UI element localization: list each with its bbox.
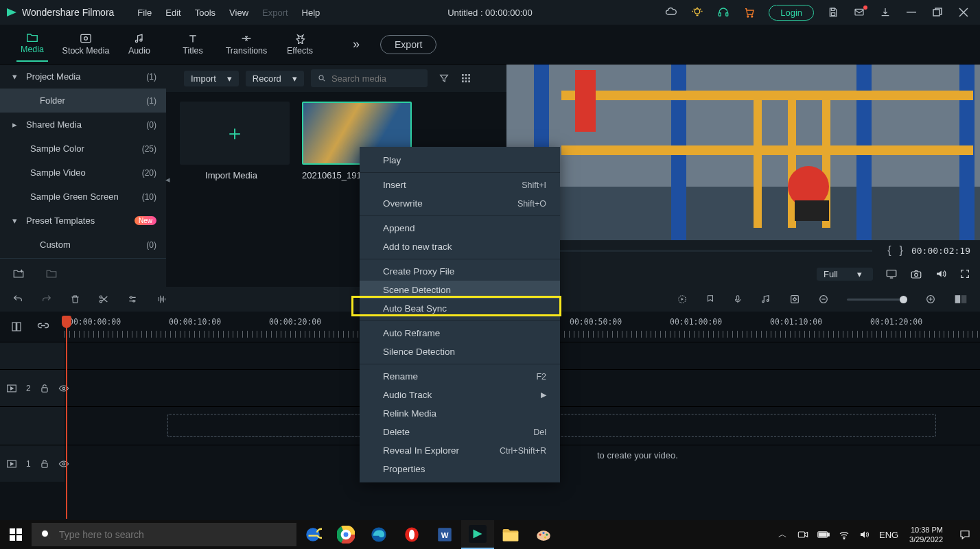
tb-word-icon[interactable]: W	[428, 520, 461, 549]
folder-icon[interactable]	[45, 268, 58, 279]
tb-filmora-icon[interactable]	[461, 520, 494, 549]
zoom-slider[interactable]	[847, 299, 907, 301]
tb-paint-icon[interactable]	[527, 520, 560, 549]
export-button[interactable]: Export	[380, 35, 436, 54]
ctx-reveal[interactable]: Reveal In ExplorerCtrl+Shift+R	[360, 441, 560, 460]
sidebar-preset-templates[interactable]: ▾Preset TemplatesNew	[0, 209, 166, 233]
expand-icon[interactable]: »	[353, 37, 360, 51]
ctx-beat-sync[interactable]: Auto Beat Sync	[360, 299, 560, 318]
download-icon[interactable]	[874, 3, 896, 22]
bulb-icon[interactable]	[686, 3, 708, 22]
redo-icon[interactable]	[41, 294, 52, 305]
new-folder-icon[interactable]	[12, 268, 25, 279]
search-input[interactable]	[331, 73, 421, 84]
headset-icon[interactable]	[712, 3, 734, 22]
tray-volume-icon[interactable]	[854, 520, 875, 549]
cart-icon[interactable]	[738, 3, 760, 22]
ctx-properties[interactable]: Properties	[360, 460, 560, 478]
tab-audio[interactable]: Audio	[113, 33, 166, 56]
split-icon[interactable]	[98, 294, 109, 305]
mark-out-icon[interactable]: }	[900, 244, 903, 257]
fullscreen-icon[interactable]	[959, 268, 970, 279]
track-option-icon[interactable]	[11, 321, 22, 332]
preview-video[interactable]	[506, 65, 980, 240]
tray-notification-icon[interactable]	[950, 529, 980, 540]
ctx-append[interactable]: Append	[360, 219, 560, 237]
tb-edge-icon[interactable]	[362, 520, 395, 549]
volume-icon[interactable]	[935, 268, 947, 279]
minimize-icon[interactable]	[900, 3, 922, 22]
login-button[interactable]: Login	[769, 5, 814, 21]
menu-view[interactable]: View	[222, 8, 255, 18]
tray-wifi-icon[interactable]	[834, 520, 854, 549]
ctx-auto-reframe[interactable]: Auto Reframe	[360, 324, 560, 342]
start-button[interactable]	[0, 520, 32, 549]
sidebar-sample-color[interactable]: Sample Color(25)	[0, 137, 166, 161]
ctx-overwrite[interactable]: OverwriteShift+O	[360, 194, 560, 213]
audio-wave-icon[interactable]	[156, 294, 168, 305]
collapse-sidebar-icon[interactable]: ◂	[163, 174, 172, 185]
tb-explorer-icon[interactable]	[494, 520, 527, 549]
filter-icon[interactable]	[439, 73, 450, 84]
sidebar-folder[interactable]: Folder(1)	[0, 89, 166, 113]
lock-icon[interactable]	[40, 384, 49, 393]
ctx-delete[interactable]: DeleteDel	[360, 423, 560, 441]
keyframe-icon[interactable]	[789, 294, 800, 305]
tray-battery-icon[interactable]	[813, 520, 834, 549]
playhead[interactable]	[66, 316, 67, 519]
snapshot-icon[interactable]	[910, 268, 922, 279]
ctx-silence-detection[interactable]: Silence Detection	[360, 342, 560, 361]
render-icon[interactable]	[677, 294, 688, 305]
tab-effects[interactable]: Effects	[273, 33, 327, 56]
menu-edit[interactable]: Edit	[159, 8, 187, 18]
search-media[interactable]	[311, 69, 428, 87]
menu-export[interactable]: Export	[255, 8, 295, 18]
tray-clock[interactable]: 10:38 PM 3/29/2022	[902, 525, 950, 544]
lock-icon[interactable]	[40, 459, 49, 469]
sidebar-sample-video[interactable]: Sample Video(20)	[0, 161, 166, 185]
taskbar-search[interactable]	[32, 523, 296, 546]
voiceover-icon[interactable]	[733, 294, 743, 305]
tray-lang[interactable]: ENG	[875, 520, 902, 549]
menu-help[interactable]: Help	[295, 8, 327, 18]
taskbar-search-input[interactable]	[59, 529, 288, 540]
tab-media[interactable]: Media	[5, 32, 59, 58]
zoom-out-icon[interactable]	[818, 294, 829, 305]
ctx-rename[interactable]: RenameF2	[360, 367, 560, 386]
menu-file[interactable]: File	[130, 8, 159, 18]
preview-scrubber[interactable]	[516, 250, 872, 252]
menu-tools[interactable]: Tools	[188, 8, 222, 18]
ctx-add-track[interactable]: Add to new track	[360, 237, 560, 256]
quality-select[interactable]: Full▾	[817, 268, 873, 281]
ctx-play[interactable]: Play	[360, 151, 560, 170]
ctx-scene-detection[interactable]: Scene Detection	[360, 281, 560, 299]
undo-icon[interactable]	[12, 294, 23, 305]
sidebar-custom[interactable]: Custom(0)	[0, 233, 166, 257]
link-icon[interactable]	[37, 321, 49, 332]
cloud-icon[interactable]	[660, 3, 682, 22]
record-dropdown[interactable]: Record▾	[246, 71, 304, 86]
sidebar-project-media[interactable]: ▾Project Media(1)	[0, 65, 166, 89]
import-dropdown[interactable]: Import▾	[184, 71, 239, 86]
mark-in-icon[interactable]: {	[887, 244, 891, 257]
tb-chrome-icon[interactable]	[329, 520, 362, 549]
ctx-audio-track[interactable]: Audio Track▶	[360, 386, 560, 404]
message-icon[interactable]	[848, 3, 870, 22]
grid-view-icon[interactable]	[460, 73, 471, 84]
music-icon[interactable]	[760, 294, 771, 305]
import-media-tile[interactable]: ＋	[180, 102, 290, 165]
tab-stock[interactable]: Stock Media	[59, 33, 113, 56]
ctx-insert[interactable]: InsertShift+I	[360, 176, 560, 194]
ctx-proxy[interactable]: Create Proxy File	[360, 262, 560, 281]
close-icon[interactable]	[953, 3, 975, 22]
screen-icon[interactable]	[885, 268, 898, 279]
tb-ie-icon[interactable]	[296, 520, 329, 549]
sidebar-sample-green[interactable]: Sample Green Screen(10)	[0, 185, 166, 209]
ctx-relink[interactable]: Relink Media	[360, 404, 560, 423]
zoom-in-icon[interactable]	[925, 294, 936, 305]
adjust-icon[interactable]	[127, 294, 138, 305]
delete-icon[interactable]	[70, 294, 80, 305]
sidebar-shared-media[interactable]: ▸Shared Media(0)	[0, 113, 166, 137]
tab-titles[interactable]: Titles	[166, 33, 220, 56]
tray-meet-icon[interactable]	[793, 520, 813, 549]
